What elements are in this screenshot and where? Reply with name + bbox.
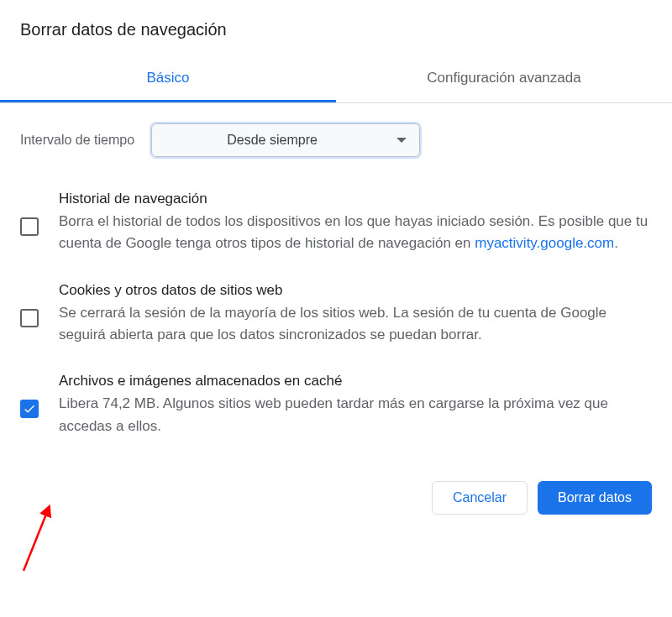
dialog-title: Borrar datos de navegación — [20, 20, 652, 39]
option-title-cache: Archivos e imágenes almacenados en caché — [59, 373, 652, 390]
option-title-history: Historial de navegación — [59, 191, 652, 207]
options-list: Historial de navegación Borra el histori… — [20, 177, 652, 468]
time-range-select[interactable]: Desde siempre — [151, 123, 420, 157]
option-content: Cookies y otros datos de sitios web Se c… — [59, 282, 652, 347]
clear-data-button[interactable]: Borrar datos — [538, 481, 652, 515]
time-range-select-wrapper: Desde siempre — [151, 123, 420, 157]
clear-browsing-data-dialog: Borrar datos de navegación Básico Config… — [0, 0, 672, 468]
option-cookies: Cookies y otros datos de sitios web Se c… — [20, 269, 652, 360]
option-cache: Archivos e imágenes almacenados en caché… — [20, 359, 652, 451]
checkbox-cache[interactable] — [20, 400, 39, 418]
option-content: Archivos e imágenes almacenados en caché… — [59, 373, 652, 437]
cancel-button[interactable]: Cancelar — [432, 481, 528, 515]
time-range-row: Intervalo de tiempo Desde siempre — [20, 103, 652, 177]
option-content: Historial de navegación Borra el histori… — [59, 191, 652, 255]
checkbox-wrapper — [20, 282, 39, 327]
tab-advanced[interactable]: Configuración avanzada — [336, 56, 672, 102]
dialog-buttons: Cancelar Borrar datos — [0, 468, 672, 535]
option-description-history: Borra el historial de todos los disposit… — [59, 211, 652, 255]
tab-basic[interactable]: Básico — [0, 56, 336, 102]
time-range-label: Intervalo de tiempo — [20, 133, 134, 148]
option-description-cache: Libera 74,2 MB. Algunos sitios web puede… — [59, 393, 652, 437]
myactivity-link[interactable]: myactivity.google.com — [475, 235, 614, 251]
description-text-suffix: . — [614, 235, 618, 251]
option-title-cookies: Cookies y otros datos de sitios web — [59, 282, 652, 299]
option-description-cookies: Se cerrará la sesión de la mayoría de lo… — [59, 302, 652, 347]
checkbox-wrapper — [20, 191, 39, 236]
checkbox-browsing-history[interactable] — [20, 217, 39, 236]
checkmark-icon — [23, 402, 36, 416]
checkbox-cookies[interactable] — [20, 309, 39, 327]
checkbox-wrapper — [20, 373, 39, 418]
tabs-container: Básico Configuración avanzada — [0, 56, 672, 103]
option-browsing-history: Historial de navegación Borra el histori… — [20, 177, 652, 269]
